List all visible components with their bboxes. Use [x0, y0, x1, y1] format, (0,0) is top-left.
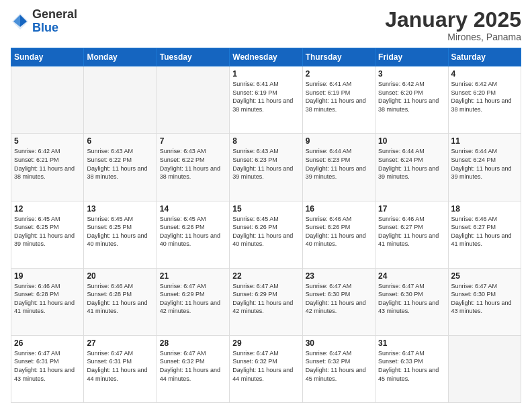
day-info: Sunrise: 6:45 AM Sunset: 6:26 PM Dayligh…: [232, 215, 299, 248]
table-row: 23Sunrise: 6:47 AM Sunset: 6:30 PM Dayli…: [302, 268, 375, 335]
day-number: 3: [378, 69, 445, 79]
day-info: Sunrise: 6:47 AM Sunset: 6:32 PM Dayligh…: [232, 349, 299, 383]
calendar-week-row: 12Sunrise: 6:45 AM Sunset: 6:25 PM Dayli…: [11, 201, 521, 268]
day-info: Sunrise: 6:47 AM Sunset: 6:31 PM Dayligh…: [87, 349, 153, 383]
day-number: 20: [87, 271, 153, 281]
day-number: 8: [232, 136, 299, 146]
day-info: Sunrise: 6:41 AM Sunset: 6:19 PM Dayligh…: [232, 80, 299, 113]
day-info: Sunrise: 6:42 AM Sunset: 6:20 PM Dayligh…: [451, 80, 518, 113]
day-info: Sunrise: 6:44 AM Sunset: 6:24 PM Dayligh…: [451, 147, 518, 181]
day-number: 30: [306, 338, 372, 348]
day-info: Sunrise: 6:47 AM Sunset: 6:30 PM Dayligh…: [451, 282, 518, 316]
day-info: Sunrise: 6:42 AM Sunset: 6:20 PM Dayligh…: [378, 80, 445, 113]
col-tuesday: Tuesday: [157, 48, 229, 66]
title-block: January 2025 Mirones, Panama: [385, 8, 521, 42]
table-row: 21Sunrise: 6:47 AM Sunset: 6:29 PM Dayli…: [157, 268, 229, 335]
day-info: Sunrise: 6:47 AM Sunset: 6:32 PM Dayligh…: [160, 349, 226, 383]
table-row: 15Sunrise: 6:45 AM Sunset: 6:26 PM Dayli…: [230, 201, 302, 268]
day-number: 22: [232, 271, 299, 281]
day-info: Sunrise: 6:45 AM Sunset: 6:26 PM Dayligh…: [160, 215, 226, 248]
day-info: Sunrise: 6:47 AM Sunset: 6:30 PM Dayligh…: [378, 282, 445, 316]
table-row: 26Sunrise: 6:47 AM Sunset: 6:31 PM Dayli…: [11, 335, 84, 402]
day-info: Sunrise: 6:47 AM Sunset: 6:29 PM Dayligh…: [160, 282, 226, 316]
table-row: 19Sunrise: 6:46 AM Sunset: 6:28 PM Dayli…: [11, 268, 84, 335]
table-row: 25Sunrise: 6:47 AM Sunset: 6:30 PM Dayli…: [448, 268, 521, 335]
table-row: 14Sunrise: 6:45 AM Sunset: 6:26 PM Dayli…: [157, 201, 229, 268]
day-info: Sunrise: 6:44 AM Sunset: 6:23 PM Dayligh…: [306, 147, 372, 181]
day-info: Sunrise: 6:43 AM Sunset: 6:22 PM Dayligh…: [160, 147, 226, 181]
calendar-header-row: Sunday Monday Tuesday Wednesday Thursday…: [11, 48, 521, 66]
calendar-table: Sunday Monday Tuesday Wednesday Thursday…: [11, 48, 521, 403]
day-number: 10: [378, 136, 445, 146]
day-info: Sunrise: 6:45 AM Sunset: 6:25 PM Dayligh…: [87, 215, 153, 248]
table-row: 10Sunrise: 6:44 AM Sunset: 6:24 PM Dayli…: [375, 134, 448, 201]
col-saturday: Saturday: [448, 48, 521, 66]
day-number: 15: [232, 204, 299, 214]
table-row: 3Sunrise: 6:42 AM Sunset: 6:20 PM Daylig…: [375, 66, 448, 134]
day-number: 17: [378, 204, 445, 214]
day-number: 16: [306, 204, 372, 214]
day-info: Sunrise: 6:46 AM Sunset: 6:28 PM Dayligh…: [14, 282, 81, 316]
calendar-week-row: 19Sunrise: 6:46 AM Sunset: 6:28 PM Dayli…: [11, 268, 521, 335]
day-number: 6: [87, 136, 153, 146]
day-number: 26: [14, 338, 81, 348]
day-info: Sunrise: 6:47 AM Sunset: 6:33 PM Dayligh…: [378, 349, 445, 383]
table-row: [84, 66, 157, 134]
day-info: Sunrise: 6:46 AM Sunset: 6:28 PM Dayligh…: [87, 282, 153, 316]
table-row: 8Sunrise: 6:43 AM Sunset: 6:23 PM Daylig…: [230, 134, 302, 201]
day-number: 12: [14, 204, 81, 214]
table-row: 29Sunrise: 6:47 AM Sunset: 6:32 PM Dayli…: [230, 335, 302, 402]
calendar-week-row: 5Sunrise: 6:42 AM Sunset: 6:21 PM Daylig…: [11, 134, 521, 201]
header: General Blue January 2025 Mirones, Panam…: [11, 8, 521, 42]
table-row: 20Sunrise: 6:46 AM Sunset: 6:28 PM Dayli…: [84, 268, 157, 335]
day-info: Sunrise: 6:43 AM Sunset: 6:23 PM Dayligh…: [232, 147, 299, 181]
day-number: 19: [14, 271, 81, 281]
logo: General Blue: [11, 8, 77, 35]
table-row: 27Sunrise: 6:47 AM Sunset: 6:31 PM Dayli…: [84, 335, 157, 402]
table-row: 4Sunrise: 6:42 AM Sunset: 6:20 PM Daylig…: [448, 66, 521, 134]
col-thursday: Thursday: [302, 48, 375, 66]
logo-icon: [11, 12, 30, 31]
day-info: Sunrise: 6:47 AM Sunset: 6:30 PM Dayligh…: [306, 282, 372, 316]
day-info: Sunrise: 6:42 AM Sunset: 6:21 PM Dayligh…: [14, 147, 81, 181]
day-info: Sunrise: 6:47 AM Sunset: 6:29 PM Dayligh…: [232, 282, 299, 316]
day-info: Sunrise: 6:44 AM Sunset: 6:24 PM Dayligh…: [378, 147, 445, 181]
day-number: 25: [451, 271, 518, 281]
table-row: 11Sunrise: 6:44 AM Sunset: 6:24 PM Dayli…: [448, 134, 521, 201]
day-info: Sunrise: 6:47 AM Sunset: 6:31 PM Dayligh…: [14, 349, 81, 383]
table-row: 6Sunrise: 6:43 AM Sunset: 6:22 PM Daylig…: [84, 134, 157, 201]
day-number: 24: [378, 271, 445, 281]
page: General Blue January 2025 Mirones, Panam…: [0, 0, 532, 411]
day-number: 29: [232, 338, 299, 348]
logo-text: General Blue: [32, 8, 77, 35]
table-row: 7Sunrise: 6:43 AM Sunset: 6:22 PM Daylig…: [157, 134, 229, 201]
day-info: Sunrise: 6:46 AM Sunset: 6:26 PM Dayligh…: [306, 215, 372, 248]
col-monday: Monday: [84, 48, 157, 66]
day-number: 5: [14, 136, 81, 146]
col-sunday: Sunday: [11, 48, 84, 66]
day-number: 13: [87, 204, 153, 214]
table-row: 9Sunrise: 6:44 AM Sunset: 6:23 PM Daylig…: [302, 134, 375, 201]
day-number: 7: [160, 136, 226, 146]
day-number: 31: [378, 338, 445, 348]
table-row: 30Sunrise: 6:47 AM Sunset: 6:32 PM Dayli…: [302, 335, 375, 402]
table-row: 31Sunrise: 6:47 AM Sunset: 6:33 PM Dayli…: [375, 335, 448, 402]
col-wednesday: Wednesday: [230, 48, 302, 66]
calendar-week-row: 26Sunrise: 6:47 AM Sunset: 6:31 PM Dayli…: [11, 335, 521, 402]
day-info: Sunrise: 6:45 AM Sunset: 6:25 PM Dayligh…: [14, 215, 81, 248]
table-row: 24Sunrise: 6:47 AM Sunset: 6:30 PM Dayli…: [375, 268, 448, 335]
day-info: Sunrise: 6:43 AM Sunset: 6:22 PM Dayligh…: [87, 147, 153, 181]
day-info: Sunrise: 6:46 AM Sunset: 6:27 PM Dayligh…: [451, 215, 518, 248]
day-number: 9: [306, 136, 372, 146]
table-row: [11, 66, 84, 134]
table-row: 12Sunrise: 6:45 AM Sunset: 6:25 PM Dayli…: [11, 201, 84, 268]
table-row: 28Sunrise: 6:47 AM Sunset: 6:32 PM Dayli…: [157, 335, 229, 402]
calendar-week-row: 1Sunrise: 6:41 AM Sunset: 6:19 PM Daylig…: [11, 66, 521, 134]
day-number: 11: [451, 136, 518, 146]
day-number: 21: [160, 271, 226, 281]
day-number: 14: [160, 204, 226, 214]
day-number: 4: [451, 69, 518, 79]
day-number: 28: [160, 338, 226, 348]
logo-general: General: [32, 7, 77, 21]
col-friday: Friday: [375, 48, 448, 66]
